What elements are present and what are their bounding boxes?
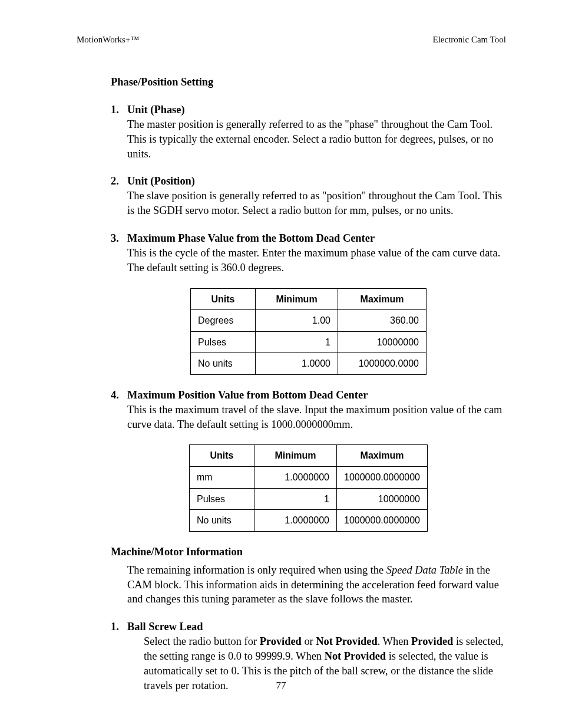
list-item-unit-phase: 1. Unit (Phase) The master position is g…	[111, 103, 506, 161]
list-title: Unit (Position)	[127, 174, 506, 189]
col-minimum: Minimum	[256, 288, 338, 310]
list-text: The slave position is generally referred…	[127, 189, 506, 218]
section-heading-machine-motor: Machine/Motor Information	[111, 545, 506, 559]
position-value-table: Units Minimum Maximum mm 1.0000000 10000…	[189, 444, 428, 531]
cell-units: mm	[189, 467, 254, 489]
table-row: Degrees 1.00 360.00	[191, 310, 427, 332]
intro-italic: Speed Data Table	[386, 564, 463, 576]
table-row: No units 1.0000 1000000.0000	[191, 353, 427, 375]
list-title: Ball Screw Lead	[127, 620, 506, 634]
section-heading-phase-position: Phase/Position Setting	[111, 75, 506, 90]
page-number: 77	[0, 679, 562, 693]
cell-units: Degrees	[191, 310, 256, 332]
list-text: The master position is generally referre…	[127, 117, 506, 162]
header-left: MotionWorks+™	[77, 34, 139, 45]
header-right: Electronic Cam Tool	[433, 34, 506, 45]
list-title: Maximum Phase Value from the Bottom Dead…	[127, 231, 506, 246]
table-header-row: Units Minimum Maximum	[191, 288, 427, 310]
table-header-row: Units Minimum Maximum	[189, 445, 427, 467]
intro-text-pre: The remaining information is only requir…	[127, 564, 386, 576]
col-maximum: Maximum	[336, 445, 427, 467]
table-row: Pulses 1 10000000	[189, 488, 427, 510]
bold-segment: Provided	[411, 635, 453, 647]
cell-min: 1.00	[256, 310, 338, 332]
col-maximum: Maximum	[338, 288, 427, 310]
table-row: Pulses 1 10000000	[191, 331, 427, 353]
content: Phase/Position Setting 1. Unit (Phase) T…	[77, 75, 506, 693]
cell-max: 360.00	[338, 310, 427, 332]
phase-value-table: Units Minimum Maximum Degrees 1.00 360.0…	[190, 288, 427, 375]
col-minimum: Minimum	[254, 445, 336, 467]
cell-min: 1.0000	[256, 353, 338, 375]
cell-max: 10000000	[336, 488, 427, 510]
cell-min: 1.0000000	[254, 467, 336, 489]
cell-max: 1000000.0000000	[336, 467, 427, 489]
text-segment: . When	[378, 635, 411, 647]
list-number: 2.	[111, 174, 127, 218]
bold-segment: Not Provided	[316, 635, 377, 647]
list-text: This is the cycle of the master. Enter t…	[127, 246, 506, 275]
cell-max: 10000000	[338, 331, 427, 353]
bold-segment: Provided	[260, 635, 302, 647]
table-row: No units 1.0000000 1000000.0000000	[189, 510, 427, 532]
cell-min: 1	[256, 331, 338, 353]
col-units: Units	[189, 445, 254, 467]
list-item-max-position: 4. Maximum Position Value from Bottom De…	[111, 388, 506, 432]
col-units: Units	[191, 288, 256, 310]
cell-min: 1	[254, 488, 336, 510]
list-number: 3.	[111, 231, 127, 275]
list-text: This is the maximum travel of the slave.…	[127, 403, 506, 432]
cell-units: Pulses	[189, 488, 254, 510]
cell-max: 1000000.0000000	[336, 510, 427, 532]
list-title: Unit (Phase)	[127, 103, 506, 117]
list-number: 1.	[111, 103, 127, 161]
table-row: mm 1.0000000 1000000.0000000	[189, 467, 427, 489]
bold-segment: Not Provided	[325, 650, 386, 662]
machine-motor-intro: The remaining information is only requir…	[127, 563, 506, 607]
running-head: MotionWorks+™ Electronic Cam Tool	[77, 34, 506, 45]
text-segment: or	[302, 635, 316, 647]
list-title: Maximum Position Value from Bottom Dead …	[127, 388, 506, 403]
cell-min: 1.0000000	[254, 510, 336, 532]
cell-units: Pulses	[191, 331, 256, 353]
list-item-max-phase: 3. Maximum Phase Value from the Bottom D…	[111, 231, 506, 275]
list-item-unit-position: 2. Unit (Position) The slave position is…	[111, 174, 506, 218]
text-segment: Select the radio button for	[144, 635, 260, 647]
list-number: 4.	[111, 388, 127, 432]
cell-units: No units	[191, 353, 256, 375]
cell-max: 1000000.0000	[338, 353, 427, 375]
cell-units: No units	[189, 510, 254, 532]
